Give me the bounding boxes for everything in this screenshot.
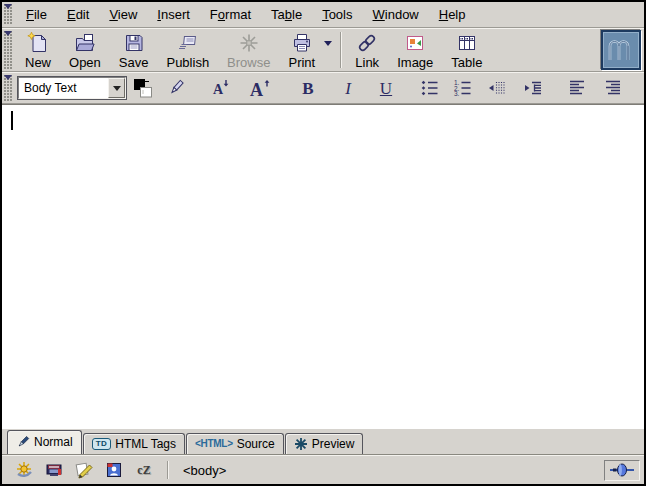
- italic-glyph: I: [345, 80, 351, 97]
- image-button-label: Image: [397, 56, 433, 70]
- open-button-label: Open: [69, 56, 101, 70]
- save-floppy-icon: [122, 31, 146, 55]
- browse-icon: [237, 31, 261, 55]
- align-left-icon: [566, 77, 588, 99]
- menu-insert[interactable]: Insert: [147, 3, 200, 26]
- online-status-panel[interactable]: [604, 460, 640, 481]
- mail-icon[interactable]: [44, 460, 64, 480]
- menu-file[interactable]: File: [16, 3, 57, 26]
- menu-bar: File Edit View Insert Format Table Tools…: [2, 2, 644, 28]
- bullet-list-button[interactable]: [418, 75, 442, 101]
- image-button[interactable]: Image: [389, 28, 441, 72]
- align-left-button[interactable]: [565, 75, 589, 101]
- tab-html-tags[interactable]: TD HTML Tags: [83, 433, 185, 454]
- align-right-button[interactable]: [601, 75, 625, 101]
- mozilla-m-logo-icon: [606, 36, 636, 64]
- text-color-picker[interactable]: [131, 75, 155, 101]
- browse-button-label: Browse: [227, 56, 270, 70]
- menu-edit[interactable]: Edit: [57, 3, 99, 26]
- normal-pen-icon: [16, 435, 30, 449]
- publish-button[interactable]: Publish: [158, 28, 217, 72]
- link-icon: [355, 31, 379, 55]
- new-button-label: New: [25, 56, 51, 70]
- browse-button[interactable]: Browse: [219, 28, 278, 72]
- open-folder-icon: [73, 31, 97, 55]
- tab-html-tags-label: HTML Tags: [115, 437, 176, 451]
- menu-help[interactable]: Help: [429, 3, 476, 26]
- new-page-icon: [26, 31, 50, 55]
- editor-canvas[interactable]: [2, 104, 644, 429]
- table-button-label: Table: [451, 56, 482, 70]
- italic-button[interactable]: I: [336, 75, 360, 101]
- decrease-font-size-button[interactable]: A: [208, 75, 234, 101]
- smaller-font-icon: A: [209, 76, 233, 100]
- indent-button[interactable]: [521, 75, 545, 101]
- navigator-icon[interactable]: [14, 460, 34, 480]
- main-toolbar: New Open Save: [2, 28, 644, 72]
- tab-source-label: Source: [237, 437, 275, 451]
- bold-button[interactable]: B: [296, 75, 320, 101]
- menu-view[interactable]: View: [99, 3, 147, 26]
- publish-icon: [176, 31, 200, 55]
- link-button[interactable]: Link: [347, 28, 387, 72]
- chatzilla-icon[interactable]: cZ: [134, 460, 154, 480]
- online-plug-icon: [609, 462, 635, 478]
- edit-mode-tabbar: Normal TD HTML Tags <HTML> Source Previe…: [2, 429, 644, 455]
- addressbook-icon[interactable]: [104, 460, 124, 480]
- svg-text:A: A: [250, 80, 263, 100]
- svg-text:3.: 3.: [454, 90, 460, 97]
- increase-font-size-button[interactable]: A: [246, 75, 274, 101]
- print-button-label: Print: [288, 56, 315, 70]
- numbered-list-button[interactable]: 1. 2. 3.: [451, 75, 475, 101]
- outdent-button[interactable]: [484, 75, 508, 101]
- tab-normal-label: Normal: [34, 435, 73, 449]
- tab-preview[interactable]: Preview: [285, 433, 364, 454]
- table-icon: [455, 31, 479, 55]
- menu-tools[interactable]: Tools: [312, 3, 362, 26]
- toolbar-separator: [340, 32, 342, 68]
- print-icon: [290, 31, 314, 55]
- element-path-display[interactable]: <body>: [173, 463, 604, 478]
- link-button-label: Link: [355, 56, 379, 70]
- open-button[interactable]: Open: [61, 28, 109, 72]
- save-button-label: Save: [119, 56, 149, 70]
- menu-format[interactable]: Format: [200, 3, 261, 26]
- td-badge-icon: TD: [92, 438, 112, 450]
- status-bar: cZ <body>: [2, 455, 644, 484]
- indent-icon: [522, 77, 544, 99]
- mozilla-throbber-button[interactable]: [601, 30, 641, 70]
- main-toolbar-grippy[interactable]: [4, 31, 13, 69]
- table-button[interactable]: Table: [443, 28, 490, 72]
- underline-glyph: U: [380, 80, 392, 97]
- text-color-swatch-icon: [132, 77, 154, 99]
- menu-table[interactable]: Table: [261, 3, 312, 26]
- tab-source[interactable]: <HTML> Source: [186, 433, 284, 454]
- format-toolbar-grippy[interactable]: [4, 75, 13, 101]
- svg-text:A: A: [213, 82, 224, 97]
- numbered-list-icon: 1. 2. 3.: [452, 77, 474, 99]
- image-icon: [403, 31, 427, 55]
- print-dropdown-arrow[interactable]: [324, 41, 332, 46]
- paragraph-style-select[interactable]: Body Text: [18, 77, 126, 99]
- new-button[interactable]: New: [17, 28, 59, 72]
- print-button[interactable]: Print: [280, 28, 323, 72]
- bullet-list-icon: [419, 77, 441, 99]
- larger-font-icon: A: [247, 76, 273, 100]
- align-right-icon: [602, 77, 624, 99]
- bold-glyph: B: [302, 80, 313, 97]
- text-caret: [11, 111, 13, 130]
- format-toolbar: Body Text A: [2, 72, 644, 104]
- composer-icon[interactable]: [74, 460, 94, 480]
- tab-preview-label: Preview: [312, 437, 355, 451]
- menubar-grippy[interactable]: [4, 4, 13, 25]
- preview-starburst-icon: [294, 437, 308, 451]
- underline-button[interactable]: U: [374, 75, 398, 101]
- highlight-color-button[interactable]: [164, 75, 188, 101]
- publish-button-label: Publish: [166, 56, 209, 70]
- menu-window[interactable]: Window: [363, 3, 429, 26]
- paragraph-style-value: Body Text: [19, 78, 108, 98]
- save-button[interactable]: Save: [111, 28, 157, 72]
- composer-window: File Edit View Insert Format Table Tools…: [0, 0, 646, 486]
- paragraph-style-dropdown-arrow[interactable]: [108, 78, 125, 98]
- tab-normal[interactable]: Normal: [7, 430, 82, 454]
